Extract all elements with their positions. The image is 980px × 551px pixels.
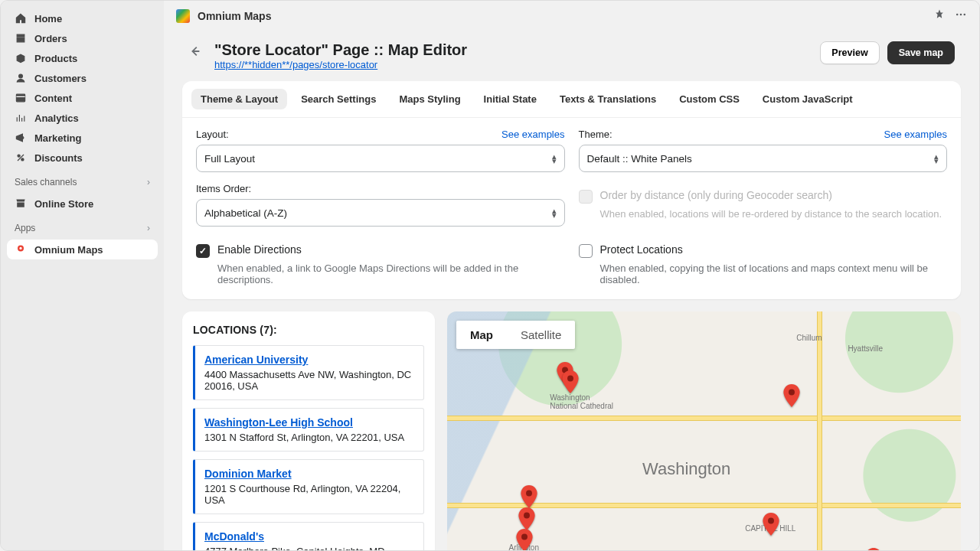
locations-title: LOCATIONS (7):: [193, 324, 435, 336]
map-type-toggle[interactable]: Map Satellite: [456, 321, 575, 349]
sidebar-item-label: Analytics: [34, 112, 79, 124]
apps-header: Apps ›: [7, 215, 158, 238]
sidebar-item-home[interactable]: Home: [7, 8, 158, 28]
distance-hint: When enabled, locations will be re-order…: [600, 208, 948, 220]
sidebar-item-label: Customers: [34, 73, 87, 84]
svg-point-10: [567, 376, 573, 382]
map-pin-icon: [15, 243, 27, 256]
chevron-right-icon[interactable]: ›: [147, 223, 150, 233]
location-item[interactable]: American University4400 Massachusetts Av…: [193, 345, 424, 400]
back-arrow-icon[interactable]: [188, 41, 202, 60]
save-map-button[interactable]: Save map: [887, 41, 955, 64]
app-name: Omnium Maps: [198, 10, 271, 22]
location-item[interactable]: McDonald's4777 Marlboro Pike, Capitol He…: [193, 522, 424, 550]
chevron-right-icon[interactable]: ›: [147, 177, 150, 187]
map-marker[interactable]: [763, 513, 779, 536]
sidebar-item-omnium-maps[interactable]: Omnium Maps: [7, 240, 158, 259]
map-marker[interactable]: [783, 384, 800, 407]
pin-icon[interactable]: [933, 8, 946, 23]
app-breadcrumb: Omnium Maps: [164, 1, 979, 31]
locations-list[interactable]: American University4400 Massachusetts Av…: [193, 345, 435, 550]
sidebar-item-analytics[interactable]: Analytics: [7, 108, 158, 128]
store-icon: [15, 197, 27, 210]
sidebar-item-products[interactable]: Products: [7, 48, 158, 68]
svg-rect-1: [16, 94, 24, 102]
svg-point-8: [964, 14, 966, 16]
svg-point-2: [18, 155, 20, 157]
protect-locations-checkbox[interactable]: Protect Locations: [579, 243, 948, 258]
map-type-map[interactable]: Map: [456, 321, 507, 349]
tab-custom-css[interactable]: Custom CSS: [670, 89, 749, 109]
sidebar-item-label: Orders: [34, 33, 67, 44]
see-examples-link[interactable]: See examples: [884, 129, 947, 140]
location-name-link[interactable]: McDonald's: [204, 530, 264, 543]
sidebar-item-label: Products: [34, 53, 77, 64]
svg-point-7: [960, 14, 962, 16]
more-icon[interactable]: [955, 8, 967, 23]
sidebar-item-discounts[interactable]: Discounts: [7, 148, 158, 168]
map-marker[interactable]: [865, 548, 882, 550]
customers-icon: [15, 72, 27, 84]
svg-point-11: [789, 390, 795, 396]
admin-sidebar: HomeOrdersProductsCustomersContentAnalyt…: [1, 1, 164, 550]
map-marker[interactable]: [516, 529, 533, 550]
see-examples-link[interactable]: See examples: [501, 129, 564, 140]
location-name-link[interactable]: Dominion Market: [204, 468, 292, 480]
map-marker[interactable]: [521, 485, 537, 508]
content-icon: [15, 92, 27, 104]
settings-card: Theme & LayoutSearch SettingsMaps Stylin…: [182, 81, 961, 299]
products-icon: [15, 52, 27, 64]
enable-directions-checkbox[interactable]: ✓ Enable Directions: [196, 243, 565, 258]
sidebar-item-orders[interactable]: Orders: [7, 28, 158, 48]
sidebar-item-label: Home: [34, 13, 62, 24]
svg-point-12: [526, 491, 532, 497]
sidebar-item-label: Online Store: [34, 198, 93, 210]
directions-hint: When enabled, a link to Google Maps Dire…: [217, 262, 565, 285]
map-marker[interactable]: [518, 507, 535, 530]
tab-initial-state[interactable]: Initial State: [475, 89, 546, 109]
location-item[interactable]: Washington-Lee High School1301 N Staffor…: [193, 408, 424, 452]
sidebar-item-label: Omnium Maps: [34, 244, 103, 256]
tab-theme-layout[interactable]: Theme & Layout: [191, 89, 287, 109]
order-by-distance-checkbox: Order by distance (only during Geocoder …: [579, 189, 948, 204]
marketing-icon: [15, 132, 27, 144]
items-order-select[interactable]: Alphabetical (A-Z)▴▾: [196, 199, 565, 227]
select-chevron-icon: ▴▾: [552, 208, 557, 217]
page-url-link[interactable]: https://**hidden**/pages/store-locator: [214, 59, 377, 70]
location-address: 4400 Massachusetts Ave NW, Washington, D…: [204, 369, 414, 392]
location-address: 1201 S Courthouse Rd, Arlington, VA 2220…: [204, 483, 414, 506]
map-type-satellite[interactable]: Satellite: [507, 321, 575, 349]
sidebar-item-label: Marketing: [34, 132, 81, 144]
protect-hint: When enabled, copying the list of locati…: [600, 262, 948, 285]
tab-custom-javascript[interactable]: Custom JavaScript: [753, 89, 862, 109]
sidebar-item-marketing[interactable]: Marketing: [7, 128, 158, 148]
theme-select[interactable]: Default :: White Panels▴▾: [579, 145, 948, 172]
map-marker[interactable]: [562, 370, 579, 393]
sidebar-item-label: Discounts: [34, 152, 83, 164]
sales-channels-header: Sales channels ›: [7, 169, 158, 192]
theme-label: Theme:: [579, 129, 612, 140]
preview-button[interactable]: Preview: [820, 41, 879, 64]
page-title: "Store Locator" Page :: Map Editor: [214, 41, 467, 59]
tab-search-settings[interactable]: Search Settings: [292, 89, 385, 109]
orders-icon: [15, 32, 27, 44]
svg-point-13: [524, 512, 530, 518]
tab-texts-translations[interactable]: Texts & Translations: [550, 89, 665, 109]
svg-point-5: [19, 247, 21, 249]
tab-maps-styling[interactable]: Maps Styling: [390, 89, 469, 109]
svg-point-3: [21, 158, 24, 161]
location-name-link[interactable]: American University: [204, 354, 308, 366]
items-order-label: Items Order:: [196, 183, 251, 194]
sidebar-item-online-store[interactable]: Online Store: [7, 194, 158, 214]
map-canvas[interactable]: Washington Chillum Hyattsville Washingto…: [447, 311, 961, 550]
layout-select[interactable]: Full Layout▴▾: [196, 145, 565, 172]
location-item[interactable]: Dominion Market1201 S Courthouse Rd, Arl…: [193, 459, 424, 514]
svg-point-6: [956, 14, 959, 16]
sidebar-item-content[interactable]: Content: [7, 88, 158, 108]
sidebar-item-label: Content: [34, 93, 72, 104]
sidebar-item-customers[interactable]: Customers: [7, 68, 158, 88]
map-city-label: Washington: [642, 459, 730, 479]
location-name-link[interactable]: Washington-Lee High School: [204, 416, 353, 429]
app-logo-icon: [176, 9, 190, 23]
location-address: 1301 N Stafford St, Arlington, VA 22201,…: [204, 432, 414, 443]
